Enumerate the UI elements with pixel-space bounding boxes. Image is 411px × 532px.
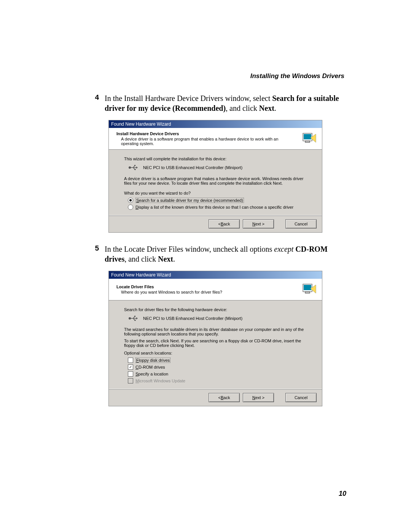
checkbox-label: Microsoft Windows Update [135,379,185,383]
wizard-dialog-install-drivers: Found New Hardware Wizard Install Hardwa… [108,120,322,233]
device-name: NEC PCI to USB Enhanced Host Controller … [143,165,242,170]
step-text: In the Locate Driver Files window, unche… [105,244,346,264]
checkbox-icon [128,378,133,383]
dialog-title: Install Hardware Device Drivers [116,131,281,136]
dialog-titlebar: Found New Hardware Wizard [109,271,322,279]
step-number: 4 [91,93,99,113]
text: ack [223,222,230,226]
underline: B [221,395,223,400]
checkbox-group: Floppy disk drives CD-ROM drives Specify… [128,358,307,383]
page-number: 10 [339,490,346,498]
spacer [277,219,282,228]
svg-point-8 [134,169,136,170]
underline: C [135,365,139,369]
dialog-titlebar: Found New Hardware Wizard [109,120,322,128]
text-italic: except [274,245,293,253]
usb-device-icon [128,164,138,171]
wizard-dialog-locate-files: Found New Hardware Wizard Locate Driver … [108,271,322,406]
dialog-subtitle: A device driver is a software program th… [121,137,281,146]
text: loppy disk drives [139,358,170,363]
dialog-subtitle: Where do you want Windows to search for … [121,290,222,294]
text: icrosoft Windows Update [139,379,185,383]
text-bold: Next [259,104,274,112]
svg-point-17 [134,320,136,321]
dialog-footer: < Back Next > Cancel [109,215,322,232]
body-paragraph: To start the search, click Next. If you … [124,339,307,348]
text: D-ROM drives [139,365,165,369]
dialog-header: Install Hardware Device Drivers A device… [109,128,322,150]
locations-label: Optional search locations: [124,351,307,355]
intro-text: Search for driver files for the followin… [124,307,307,312]
checkbox-label: Floppy disk drives [135,358,170,363]
checkbox-floppy[interactable]: Floppy disk drives [128,358,307,363]
checkbox-label: CD-ROM drives [135,365,165,370]
checkbox-specify-location[interactable]: Specify a location [128,371,307,377]
dialog-header-text: Install Hardware Device Drivers A device… [116,131,281,146]
hardware-wizard-icon [301,131,317,146]
svg-rect-1 [304,134,311,139]
dialog-header-text: Locate Driver Files Where do you want Wi… [116,284,222,294]
step-4: 4 In the Install Hardware Device Drivers… [91,93,346,113]
radio-label: Search for a suitable driver for my devi… [135,198,244,203]
underline: M [135,379,139,383]
radio-display-list[interactable]: Display a list of the known drivers for … [128,204,307,210]
cancel-button[interactable]: Cancel [285,219,317,228]
body-paragraph: A device driver is a software program th… [124,176,307,185]
text: In the Locate Driver Files window, unche… [105,245,274,253]
underline: F [136,358,139,363]
checkbox-windows-update: Microsoft Windows Update [128,378,307,383]
text: pecify a location [138,372,168,376]
radio-label: Display a list of the known drivers for … [135,205,293,210]
checkbox-cdrom[interactable]: CD-ROM drives [128,364,307,370]
svg-rect-15 [134,316,135,317]
radio-search-driver[interactable]: Search for a suitable driver for my devi… [128,198,307,203]
checkbox-icon [128,364,133,370]
next-button[interactable]: Next > [243,393,274,402]
device-row: NEC PCI to USB Enhanced Host Controller … [128,164,307,171]
text: isplay a list of the known drivers for t… [139,205,293,209]
text: ack [223,395,230,400]
hardware-wizard-icon [301,282,317,297]
underline: D [135,205,139,209]
svg-rect-11 [305,292,310,293]
question-text: What do you want the wizard to do? [124,191,307,195]
text: , and click [124,255,158,263]
back-button[interactable]: < Back [209,219,240,228]
next-button[interactable]: Next > [243,219,274,228]
section-header: Installing the Windows Drivers [91,72,346,80]
radio-icon [128,204,133,210]
checkbox-icon [128,358,133,363]
intro-text: This wizard will complete the installati… [124,157,307,161]
underline: N [252,222,255,226]
device-row: NEC PCI to USB Enhanced Host Controller … [128,315,307,322]
radio-group: Search for a suitable driver for my devi… [128,198,307,210]
radio-icon [128,198,133,203]
cancel-button[interactable]: Cancel [285,393,317,402]
step-text: In the Install Hardware Device Drivers w… [105,93,346,113]
device-name: NEC PCI to USB Enhanced Host Controller … [143,316,242,321]
dialog-header: Locate Driver Files Where do you want Wi… [109,279,322,300]
svg-rect-2 [305,141,310,142]
text: earch for a suitable driver for my devic… [139,198,243,203]
usb-device-icon [128,315,138,322]
dialog-body: This wizard will complete the installati… [109,150,322,215]
dialog-body: Search for driver files for the followin… [109,300,322,389]
text-bold: Next [158,255,173,263]
step-5: 5 In the Locate Driver Files window, unc… [91,244,346,264]
body-paragraph: The wizard searches for suitable drivers… [124,327,307,336]
dialog-footer: < Back Next > Cancel [109,389,322,406]
text: . [173,255,175,263]
underline: B [221,222,223,226]
text: , and click [226,104,259,112]
checkbox-label: Specify a location [135,372,168,377]
dialog-title: Locate Driver Files [116,284,222,289]
underline: N [252,395,255,400]
spacer [277,393,282,402]
svg-rect-10 [304,285,311,290]
back-button[interactable]: < Back [209,393,240,402]
text: ext > [255,222,264,226]
step-number: 5 [91,244,99,264]
text: . [274,104,276,112]
text: ext > [255,395,264,400]
text: In the Install Hardware Device Drivers w… [105,94,272,102]
